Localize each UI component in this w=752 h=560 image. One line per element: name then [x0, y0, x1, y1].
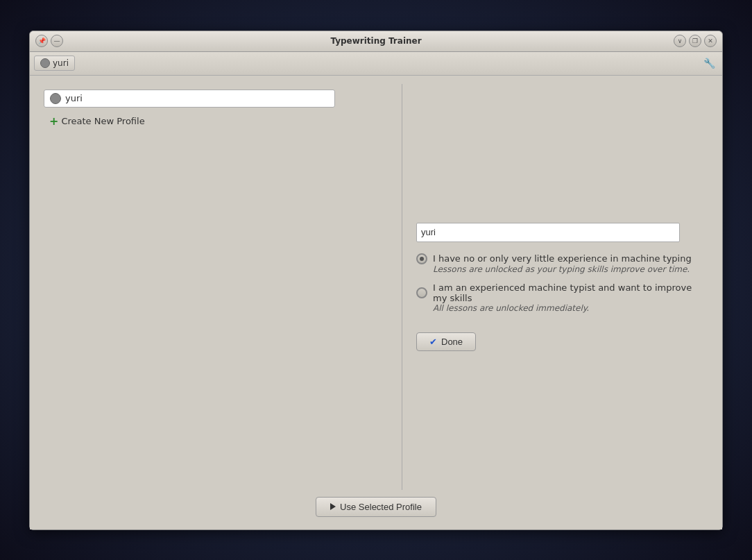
checkmark-icon: ✔ [429, 337, 437, 347]
play-icon [330, 503, 336, 510]
radio-row-beginner: I have no or only very little experience… [416, 253, 703, 264]
restore-button[interactable]: ❐ [689, 35, 701, 47]
footer: Use Selected Profile [38, 490, 714, 521]
radio-beginner-hint: Lessons are unlocked as your typing skil… [433, 264, 703, 274]
use-selected-profile-button[interactable]: Use Selected Profile [316, 497, 436, 517]
vertical-divider [402, 84, 402, 490]
titlebar: 📌 — Typewriting Trainer ∨ ❐ ✕ [30, 31, 722, 52]
titlebar-left-controls: 📌 — [35, 35, 63, 47]
toolbar-profile-item[interactable]: yuri [34, 56, 75, 71]
profile-name-text: yuri [65, 93, 83, 103]
right-panel: I have no or only very little experience… [405, 84, 714, 490]
profile-avatar-icon [50, 93, 61, 104]
window-title: Typewriting Trainer [330, 36, 421, 46]
minimize-button[interactable]: — [51, 35, 63, 47]
radio-experienced-label: I am an experienced machine typist and w… [433, 282, 703, 303]
use-profile-label: Use Selected Profile [340, 502, 422, 512]
create-plus-icon: + [49, 116, 58, 127]
radio-experienced[interactable] [416, 287, 427, 298]
radio-beginner-label: I have no or only very little experience… [433, 253, 692, 264]
create-new-profile-button[interactable]: + Create New Profile [44, 113, 393, 130]
settings-button[interactable]: 🔧 [701, 55, 718, 71]
done-button[interactable]: ✔ Done [416, 332, 476, 351]
done-button-label: Done [441, 337, 463, 347]
radio-row-experienced: I am an experienced machine typist and w… [416, 282, 703, 303]
profile-list-item[interactable]: yuri [44, 90, 335, 108]
radio-beginner[interactable] [416, 253, 427, 264]
toolbar-profile-label: yuri [53, 58, 69, 68]
create-new-label: Create New Profile [61, 116, 144, 126]
pin-icon[interactable]: 📌 [35, 35, 48, 47]
main-area: yuri + Create New Profile I have [38, 84, 714, 490]
radio-group: I have no or only very little experience… [416, 253, 703, 316]
radio-experienced-hint: All lessons are unlocked immediately. [433, 303, 703, 313]
collapse-button[interactable]: ∨ [674, 35, 686, 47]
left-panel: yuri + Create New Profile [38, 84, 399, 490]
toolbar-avatar-icon [40, 58, 50, 68]
main-window: 📌 — Typewriting Trainer ∨ ❐ ✕ yuri 🔧 yur… [29, 31, 723, 530]
titlebar-right-controls: ∨ ❐ ✕ [674, 35, 717, 47]
content-area: yuri + Create New Profile I have [30, 76, 722, 529]
profile-name-input[interactable] [416, 223, 680, 242]
close-button[interactable]: ✕ [704, 35, 717, 47]
toolbar: yuri 🔧 [30, 52, 722, 76]
